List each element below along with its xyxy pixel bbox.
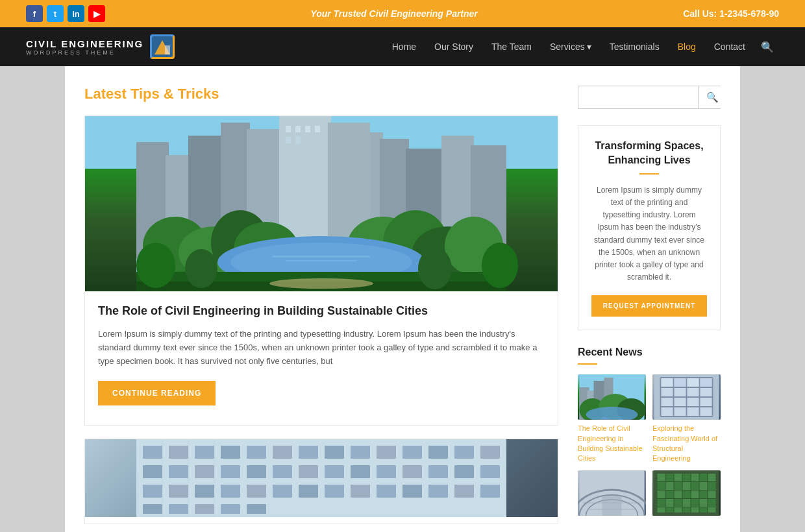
nav-home[interactable]: Home: [384, 36, 424, 57]
svg-rect-119: [700, 378, 712, 387]
svg-rect-53: [351, 446, 370, 459]
post-featured-image: [85, 116, 558, 291]
svg-rect-68: [377, 465, 396, 478]
svg-rect-65: [299, 465, 318, 478]
svg-rect-48: [221, 446, 240, 459]
news-item-4[interactable]: [652, 470, 721, 520]
svg-rect-87: [143, 504, 162, 514]
svg-rect-51: [299, 446, 318, 459]
svg-rect-116: [662, 378, 673, 387]
svg-rect-148: [700, 490, 708, 498]
svg-rect-137: [666, 482, 674, 490]
svg-rect-55: [402, 446, 422, 459]
svg-rect-47: [195, 446, 214, 459]
nav-services[interactable]: Services ▾: [542, 36, 599, 57]
svg-rect-90: [221, 504, 240, 514]
search-icon[interactable]: 🔍: [756, 36, 779, 58]
appointment-button[interactable]: REQUEST APPOINTMENT: [591, 295, 707, 317]
svg-rect-73: [143, 485, 162, 498]
nav-contact[interactable]: Contact: [706, 36, 753, 57]
svg-rect-67: [351, 465, 370, 478]
svg-rect-139: [683, 482, 691, 490]
svg-rect-59: [143, 465, 162, 478]
nav-the-team[interactable]: The Team: [484, 36, 539, 57]
svg-rect-161: [691, 507, 699, 513]
news-thumb-1: [578, 374, 646, 420]
svg-rect-132: [683, 474, 691, 481]
youtube-icon[interactable]: ▶: [88, 5, 105, 22]
svg-rect-142: [708, 482, 716, 490]
search-button[interactable]: 🔍: [698, 86, 726, 108]
svg-rect-60: [169, 465, 188, 478]
svg-rect-138: [675, 482, 682, 490]
svg-rect-2: [165, 45, 170, 54]
news-item-2[interactable]: Exploring the Fascinating World of Struc…: [652, 374, 721, 464]
post-2-image: [85, 439, 558, 517]
post-body: The Role of Civil Engineering in Buildin…: [85, 291, 558, 418]
svg-rect-159: [675, 507, 682, 513]
nav-blog[interactable]: Blog: [670, 36, 704, 57]
dropdown-arrow-icon: ▾: [587, 42, 591, 52]
svg-rect-152: [675, 499, 682, 507]
svg-rect-85: [454, 485, 474, 498]
logo[interactable]: CIVIL ENGINEERING WORDPRESS THEME: [26, 34, 175, 59]
nav-our-story[interactable]: Our Story: [427, 36, 481, 57]
svg-rect-117: [675, 378, 686, 387]
twitter-icon[interactable]: t: [47, 5, 64, 22]
news-item-2-title[interactable]: Exploring the Fascinating World of Struc…: [652, 424, 721, 464]
svg-rect-80: [325, 485, 344, 498]
tagline: Your Trusted Civil Engineering Partner: [310, 8, 478, 19]
svg-rect-86: [480, 485, 500, 498]
svg-rect-18: [286, 126, 291, 132]
svg-rect-153: [683, 499, 691, 507]
svg-point-38: [269, 278, 373, 289]
search-input[interactable]: [578, 86, 698, 108]
facebook-icon[interactable]: f: [26, 5, 43, 22]
svg-rect-131: [675, 474, 682, 481]
news-item-3[interactable]: [578, 470, 646, 520]
svg-rect-157: [658, 507, 665, 513]
svg-rect-56: [428, 446, 448, 459]
svg-rect-156: [708, 499, 716, 507]
svg-rect-89: [195, 504, 214, 514]
svg-rect-81: [351, 485, 370, 498]
svg-rect-136: [658, 482, 665, 490]
nav-testimonials[interactable]: Testimonials: [602, 36, 667, 57]
svg-rect-155: [700, 499, 708, 507]
svg-rect-70: [428, 465, 448, 478]
svg-rect-129: [658, 474, 665, 481]
svg-rect-76: [221, 485, 240, 498]
svg-rect-49: [247, 446, 266, 459]
svg-rect-130: [666, 474, 674, 481]
svg-rect-84: [428, 485, 448, 498]
svg-rect-45: [143, 446, 162, 459]
continue-reading-button[interactable]: CONTINUE READING: [98, 381, 216, 405]
linkedin-icon[interactable]: in: [68, 5, 84, 22]
nav-links: Home Our Story The Team Services ▾ Testi…: [384, 36, 779, 58]
left-column: Latest Tips & Tricks: [84, 86, 558, 532]
svg-rect-62: [221, 465, 240, 478]
svg-rect-69: [402, 465, 422, 478]
news-thumb-2: [652, 374, 721, 420]
recent-news-title: Recent News: [578, 346, 721, 358]
search-box: 🔍: [578, 86, 721, 109]
sidebar-card-text: Lorem Ipsum is simply dummy text of the …: [591, 184, 707, 284]
svg-rect-134: [700, 474, 708, 481]
news-grid: The Role of Civil Engineering in Buildin…: [578, 374, 721, 520]
svg-rect-149: [708, 490, 716, 498]
svg-rect-64: [273, 465, 292, 478]
news-item-1[interactable]: The Role of Civil Engineering in Buildin…: [578, 374, 646, 464]
svg-rect-88: [169, 504, 188, 514]
sidebar-card: Transforming Spaces, Enhancing Lives Lor…: [578, 125, 721, 330]
svg-rect-71: [454, 465, 474, 478]
svg-rect-50: [273, 446, 292, 459]
svg-rect-54: [377, 446, 396, 459]
news-item-1-title[interactable]: The Role of Civil Engineering in Buildin…: [578, 424, 646, 464]
svg-rect-63: [247, 465, 266, 478]
sidebar-card-divider: [639, 173, 659, 175]
svg-rect-52: [325, 446, 344, 459]
svg-point-41: [185, 249, 217, 288]
svg-rect-74: [169, 485, 188, 498]
svg-rect-135: [708, 474, 716, 481]
svg-rect-61: [195, 465, 214, 478]
